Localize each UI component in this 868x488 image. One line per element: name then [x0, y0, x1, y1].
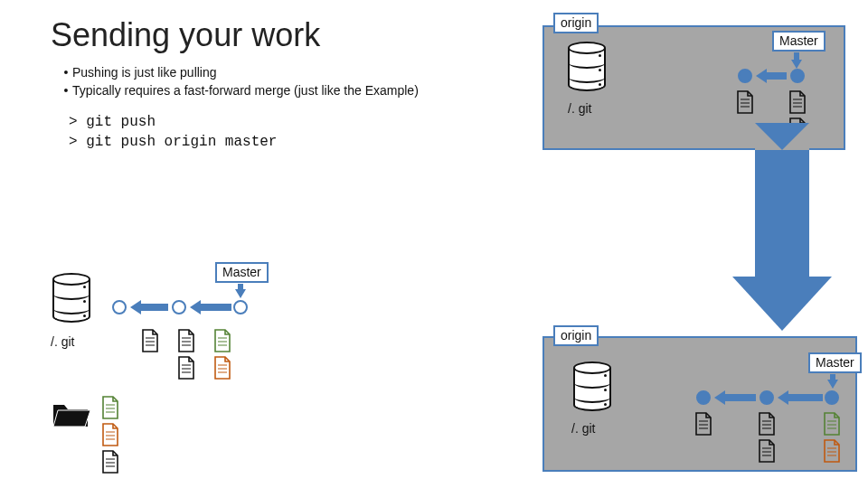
- commit-node: [790, 69, 805, 83]
- slide-title: Sending your work: [51, 16, 320, 54]
- code-line: > git push origin master: [69, 133, 277, 153]
- commit-node: [172, 300, 186, 314]
- gitdir-label: /. git: [571, 421, 595, 436]
- bullet-item: • Pushing is just like pulling: [60, 63, 419, 81]
- commit-node: [738, 69, 752, 83]
- commit-node: [112, 300, 127, 314]
- master-arrow-head: [827, 380, 838, 389]
- master-tag: Master: [808, 352, 862, 373]
- bullet-text: Typically requires a fast-forward merge …: [72, 81, 419, 99]
- file-icon: [736, 90, 754, 114]
- file-icon: [101, 423, 119, 446]
- commit-node: [825, 390, 839, 405]
- gitdir-label: /. git: [51, 334, 74, 349]
- database-icon: [52, 273, 90, 329]
- commit-node: [233, 300, 248, 314]
- master-tag: Master: [215, 262, 269, 283]
- file-icon: [141, 329, 159, 352]
- file-icon: [177, 329, 195, 352]
- file-icon: [101, 450, 119, 474]
- file-icon: [177, 356, 195, 380]
- master-arrow-head: [791, 60, 802, 69]
- bullet-icon: •: [60, 63, 72, 81]
- database-icon: [573, 361, 611, 418]
- file-icon: [213, 329, 231, 352]
- bullet-list: • Pushing is just like pulling • Typical…: [60, 63, 419, 100]
- file-icon: [788, 90, 807, 114]
- file-icon: [694, 412, 712, 436]
- bullet-icon: •: [60, 81, 72, 99]
- master-tag: Master: [772, 31, 826, 52]
- code-block: > git push > git push origin master: [69, 113, 277, 152]
- bullet-text: Pushing is just like pulling: [72, 63, 217, 81]
- folder-open-icon: [51, 398, 92, 430]
- master-arrow-head: [235, 289, 246, 298]
- master-arrow-shaft: [794, 52, 799, 60]
- commit-node: [696, 390, 711, 405]
- file-icon: [758, 412, 776, 436]
- database-icon: [568, 42, 606, 98]
- file-icon: [213, 356, 231, 380]
- file-icon: [823, 412, 841, 436]
- origin-tag: origin: [553, 13, 599, 33]
- origin-tag: origin: [553, 325, 599, 346]
- commit-node: [760, 390, 774, 405]
- file-icon: [823, 439, 841, 463]
- code-line: > git push: [69, 113, 277, 133]
- file-icon: [758, 439, 776, 463]
- file-icon: [101, 396, 119, 419]
- bullet-item: • Typically requires a fast-forward merg…: [60, 81, 419, 99]
- gitdir-label: /. git: [568, 101, 591, 116]
